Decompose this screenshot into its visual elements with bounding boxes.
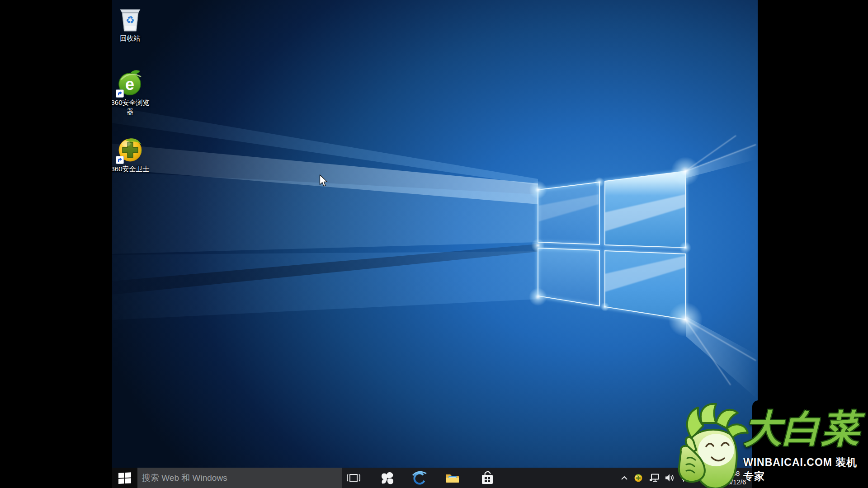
tray-show-hidden-icons-button[interactable] xyxy=(618,468,630,488)
internet-explorer-button[interactable] xyxy=(408,468,431,488)
windows-store-button[interactable] xyxy=(476,468,499,488)
watermark-title: 大白菜 xyxy=(744,409,860,447)
taskbar: 英 16:38 2018/12/6 xyxy=(112,468,758,488)
pinwheel-icon xyxy=(381,471,394,485)
360-tray-icon xyxy=(634,474,643,483)
shortcut-arrow-icon xyxy=(116,156,124,164)
network-icon xyxy=(650,474,660,482)
svg-text:♻: ♻ xyxy=(126,14,135,26)
internet-explorer-icon xyxy=(412,471,427,485)
desktop-icon-label: 回收站 xyxy=(112,34,150,43)
desktop-icon-recycle-bin[interactable]: ♻ 回收站 xyxy=(112,5,150,43)
chevron-up-icon xyxy=(621,475,628,481)
mouse-cursor xyxy=(319,174,330,187)
task-view-button[interactable] xyxy=(342,468,365,488)
windows-store-icon xyxy=(481,471,494,485)
tray-volume[interactable] xyxy=(663,468,676,488)
video-frame: ♻ 回收站 e xyxy=(0,0,868,488)
windows-logo-icon xyxy=(118,472,131,484)
svg-text:e: e xyxy=(125,75,134,94)
letterbox-left xyxy=(0,0,112,488)
start-button[interactable] xyxy=(112,468,137,488)
tray-network[interactable] xyxy=(648,468,661,488)
file-explorer-icon xyxy=(445,472,460,484)
shortcut-arrow-icon xyxy=(116,89,124,98)
pinwheel-app-button[interactable] xyxy=(376,468,399,488)
search-input[interactable] xyxy=(137,468,342,488)
desktop-icon-360-safe-guard[interactable]: 360安全卫士 xyxy=(112,136,150,174)
file-explorer-button[interactable] xyxy=(441,468,464,488)
tray-360-safe-guard[interactable] xyxy=(632,468,645,488)
desktop-wallpaper[interactable] xyxy=(112,0,758,488)
desktop-icon-label: 360安全卫士 xyxy=(112,164,150,174)
desktop-icon-label: 360安全浏览器 xyxy=(112,98,150,116)
speaker-icon xyxy=(665,474,675,482)
taskbar-search[interactable] xyxy=(137,468,342,488)
desktop-icon-360-browser[interactable]: e 360安全浏览器 xyxy=(112,70,150,116)
task-view-icon xyxy=(347,472,360,484)
watermark-subtitle: WINBAICAI.COM 装机专家 xyxy=(743,455,868,483)
windows-desktop-screen: ♻ 回收站 e xyxy=(112,0,758,488)
recycle-bin-icon: ♻ xyxy=(117,5,144,33)
